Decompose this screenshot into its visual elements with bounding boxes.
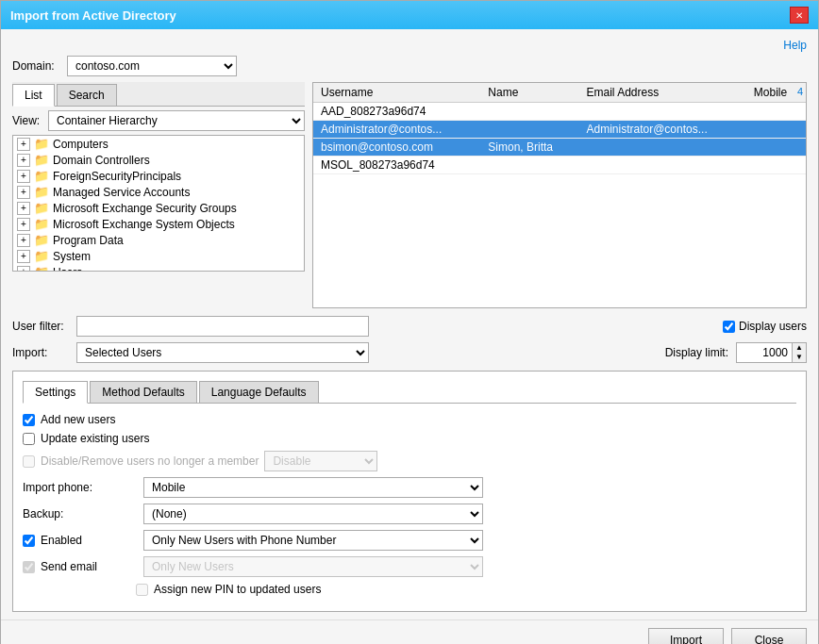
folder-icon-program-data: 📁: [34, 233, 49, 247]
enabled-check-group: Enabled: [23, 534, 136, 547]
tree-label-computers: Computers: [53, 138, 109, 151]
expand-icon-domain-controllers[interactable]: +: [17, 154, 30, 167]
spin-down-button[interactable]: ▼: [793, 353, 806, 362]
display-users-checkbox[interactable]: [723, 321, 735, 333]
expand-icon-managed-service[interactable]: +: [17, 186, 30, 199]
expand-icon-computers[interactable]: +: [17, 138, 30, 151]
import-label: Import:: [12, 346, 69, 359]
table-row[interactable]: MSOL_808273a96d74: [313, 157, 806, 174]
view-label: View:: [12, 114, 41, 127]
folder-icon-system: 📁: [34, 249, 49, 263]
cell-mobile: [746, 121, 806, 139]
tab-settings[interactable]: Settings: [23, 381, 88, 404]
tab-search[interactable]: Search: [57, 84, 117, 106]
disable-remove-label: Disable/Remove users no longer a member: [41, 454, 259, 468]
import-phone-row: Import phone: Mobile: [23, 477, 796, 498]
import-select[interactable]: Selected Users: [76, 342, 369, 363]
folder-icon-exchange-system: 📁: [34, 217, 49, 231]
view-select[interactable]: Container Hierarchy: [48, 110, 305, 131]
tree-container[interactable]: + 📁 Computers + 📁 Domain Controllers + 📁…: [12, 135, 305, 272]
send-email-select[interactable]: Only New Users: [143, 556, 483, 577]
folder-icon-domain-controllers: 📁: [34, 153, 49, 167]
tab-method-defaults[interactable]: Method Defaults: [90, 381, 196, 403]
cell-email: Administrator@contos...: [578, 121, 745, 139]
import-phone-select[interactable]: Mobile: [143, 477, 483, 498]
tab-list[interactable]: List: [12, 84, 55, 107]
main-split: List Search View: Container Hierarchy + …: [12, 82, 807, 308]
table-row[interactable]: bsimon@contoso.com Simon, Britta: [313, 139, 806, 157]
tree-item-foreign-security[interactable]: + 📁 ForeignSecurityPrincipals: [13, 168, 304, 184]
table-row[interactable]: AAD_808273a96d74: [313, 103, 806, 121]
backup-select[interactable]: (None): [143, 504, 483, 524]
cell-name: [480, 121, 578, 139]
tree-item-exchange-security[interactable]: + 📁 Microsoft Exchange Security Groups: [13, 200, 304, 216]
domain-row: Domain: contoso.com: [12, 56, 807, 76]
enabled-select[interactable]: Only New Users with Phone Number: [143, 530, 483, 551]
expand-icon-exchange-system[interactable]: +: [17, 218, 30, 231]
dialog-import-active-directory: Import from Active Directory ✕ Help Doma…: [0, 0, 819, 644]
add-new-users-checkbox[interactable]: [23, 414, 35, 426]
cell-username: Administrator@contos...: [313, 121, 480, 139]
close-button[interactable]: ✕: [790, 7, 809, 24]
settings-tabs: Settings Method Defaults Language Defaul…: [23, 381, 796, 404]
limit-input[interactable]: [736, 342, 793, 363]
cell-name: [480, 103, 578, 121]
tree-item-program-data[interactable]: + 📁 Program Data: [13, 232, 304, 248]
display-users-label: Display users: [739, 320, 807, 333]
update-existing-checkbox[interactable]: [23, 433, 35, 445]
assign-pin-row: Assign new PIN to updated users: [136, 583, 796, 596]
backup-row: Backup: (None): [23, 504, 796, 524]
assign-pin-checkbox[interactable]: [136, 584, 148, 596]
left-panel: List Search View: Container Hierarchy + …: [12, 82, 305, 308]
expand-icon-program-data[interactable]: +: [17, 234, 30, 247]
tree-item-computers[interactable]: + 📁 Computers: [13, 136, 304, 152]
send-email-label: Send email: [41, 560, 97, 573]
tab-language-defaults[interactable]: Language Defaults: [199, 381, 319, 403]
cell-username: MSOL_808273a96d74: [313, 157, 480, 174]
right-panel-wrapper: 4 Username Name Email Address Mobile: [312, 82, 807, 308]
help-link[interactable]: Help: [12, 37, 807, 56]
send-email-checkbox[interactable]: [23, 561, 35, 573]
right-panel: Username Name Email Address Mobile AAD_8…: [312, 82, 807, 308]
folder-icon-computers: 📁: [34, 137, 49, 151]
user-table: Username Name Email Address Mobile AAD_8…: [313, 83, 806, 174]
add-new-users-label: Add new users: [41, 413, 115, 426]
dialog-title: Import from Active Directory: [10, 8, 176, 23]
display-limit-row: Display limit: ▲ ▼: [665, 342, 807, 363]
tree-label-exchange-system: Microsoft Exchange System Objects: [53, 218, 235, 231]
disable-remove-checkbox[interactable]: [23, 455, 35, 468]
enabled-checkbox[interactable]: [23, 535, 35, 547]
display-limit-label: Display limit:: [665, 346, 728, 359]
expand-icon-exchange-security[interactable]: +: [17, 202, 30, 215]
dialog-footer: Import Close: [1, 619, 818, 644]
domain-select[interactable]: contoso.com: [67, 56, 237, 76]
enabled-label: Enabled: [41, 534, 82, 547]
tree-label-managed-service: Managed Service Accounts: [53, 186, 190, 199]
title-bar: Import from Active Directory ✕: [1, 1, 818, 29]
update-existing-label: Update existing users: [41, 432, 149, 445]
enabled-row: Enabled Only New Users with Phone Number: [23, 530, 796, 551]
cell-username: bsimon@contoso.com: [313, 139, 480, 157]
close-button-footer[interactable]: Close: [731, 628, 807, 644]
list-search-tabs: List Search: [12, 82, 305, 107]
tree-item-domain-controllers[interactable]: + 📁 Domain Controllers: [13, 152, 304, 168]
expand-icon-users[interactable]: +: [17, 266, 30, 272]
add-new-users-row: Add new users: [23, 413, 796, 426]
update-existing-row: Update existing users: [23, 432, 796, 445]
spin-up-button[interactable]: ▲: [793, 343, 806, 353]
send-email-row: Send email Only New Users: [23, 556, 796, 577]
folder-icon-foreign-security: 📁: [34, 169, 49, 183]
expand-icon-foreign-security[interactable]: +: [17, 170, 30, 183]
tree-item-managed-service[interactable]: + 📁 Managed Service Accounts: [13, 184, 304, 200]
tree-item-users[interactable]: + 📁 Users: [13, 264, 304, 272]
row-count: 4: [797, 86, 803, 97]
import-button[interactable]: Import: [648, 628, 724, 644]
tree-item-exchange-system[interactable]: + 📁 Microsoft Exchange System Objects: [13, 216, 304, 232]
disable-option-select[interactable]: Disable: [264, 451, 377, 471]
table-row[interactable]: Administrator@contos... Administrator@co…: [313, 121, 806, 139]
tree-item-system[interactable]: + 📁 System: [13, 248, 304, 264]
user-filter-input[interactable]: [76, 316, 369, 337]
expand-icon-system[interactable]: +: [17, 250, 30, 263]
folder-icon-exchange-security: 📁: [34, 201, 49, 215]
filter-row: User filter: Display users: [12, 316, 807, 337]
